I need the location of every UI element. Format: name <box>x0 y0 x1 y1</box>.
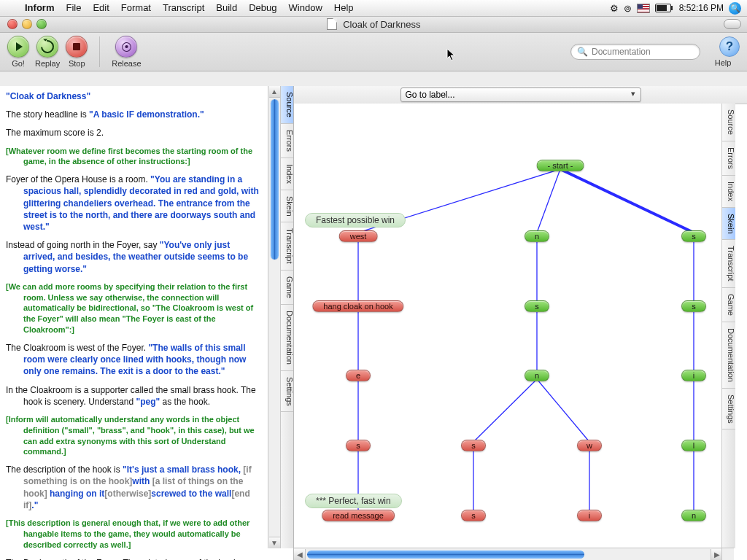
release-label: Release <box>112 59 141 68</box>
input-flag-icon[interactable] <box>637 4 650 13</box>
titlebar[interactable]: Cloak of Darkness <box>0 16 747 33</box>
tab-errors[interactable]: Errors <box>281 124 294 158</box>
doc-search[interactable]: 🔍 Documentation <box>570 44 700 60</box>
tab-settings[interactable]: Settings <box>722 389 735 430</box>
menu-file[interactable]: File <box>60 0 87 16</box>
gear-icon[interactable]: ⚙ <box>610 3 619 14</box>
tab-transcript[interactable]: Transcript <box>722 240 735 288</box>
help-button[interactable]: ? <box>719 36 740 57</box>
close-button[interactable] <box>7 19 18 29</box>
right-pane: Go to label... - start -Fastest possible… <box>294 86 747 560</box>
skein-node[interactable]: e <box>346 370 371 381</box>
zoom-button[interactable] <box>36 19 47 29</box>
left-tabs: SourceErrorsIndexSkeinTranscriptGameDocu… <box>280 86 294 548</box>
scroll-down-icon[interactable]: ▼ <box>269 537 280 548</box>
go-button[interactable] <box>7 36 29 58</box>
skein-node[interactable]: hang cloak on hook <box>312 300 403 312</box>
replay-label: Replay <box>35 59 60 68</box>
menu-window[interactable]: Window <box>283 0 328 16</box>
menu-edit[interactable]: Edit <box>87 0 115 16</box>
tab-game[interactable]: Game <box>281 271 294 305</box>
inform-window: Cloak of Darkness Go! Replay Stop ⦿ Rele… <box>0 16 747 560</box>
tab-errors[interactable]: Errors <box>722 141 735 176</box>
stop-button[interactable] <box>66 36 88 58</box>
minimize-button[interactable] <box>22 19 32 29</box>
wifi-icon[interactable]: ⊚ <box>624 3 632 14</box>
skein-legend: Fastest possible win <box>305 213 406 228</box>
goto-bar: Go to label... <box>294 86 747 104</box>
tab-documentation[interactable]: Documentation <box>281 305 294 371</box>
left-pane: "Cloak of Darkness" The story headline i… <box>0 86 294 560</box>
svg-line-2 <box>560 169 694 233</box>
replay-button[interactable] <box>36 36 58 58</box>
skein-node[interactable]: s <box>681 300 706 312</box>
tab-skein[interactable]: Skein <box>281 190 294 223</box>
tab-index[interactable]: Index <box>722 176 735 208</box>
svg-line-10 <box>537 379 589 442</box>
tab-transcript[interactable]: Transcript <box>281 222 294 271</box>
app-menu[interactable]: Inform <box>19 0 60 16</box>
tab-source[interactable]: Source <box>281 86 294 124</box>
battery-icon[interactable] <box>655 4 671 12</box>
skein-node[interactable]: l <box>681 440 706 451</box>
document-icon <box>327 18 337 30</box>
right-hscroll[interactable]: ◀ ▶ <box>294 548 722 560</box>
search-icon: 🔍 <box>577 47 588 57</box>
menu-transcript[interactable]: Transcript <box>157 0 210 16</box>
tab-source[interactable]: Source <box>722 104 735 141</box>
spotlight-icon[interactable]: 🔍 <box>729 2 741 15</box>
stop-label: Stop <box>69 59 85 68</box>
tab-index[interactable]: Index <box>281 158 294 190</box>
skein-node[interactable]: west <box>339 230 378 242</box>
skein-node[interactable]: s <box>461 440 486 451</box>
skein-node[interactable]: n <box>525 370 549 381</box>
skein-node[interactable]: n <box>681 510 706 521</box>
menu-format[interactable]: Format <box>115 0 157 16</box>
source-title: "Cloak of Darkness" <box>6 91 90 101</box>
source-editor[interactable]: "Cloak of Darkness" The story headline i… <box>0 86 268 560</box>
skein-node[interactable]: n <box>525 230 549 242</box>
toolbar-divider <box>99 36 100 67</box>
skein-node[interactable]: w <box>577 440 602 451</box>
skein-node[interactable]: s <box>681 230 706 242</box>
go-label: Go! <box>12 59 25 68</box>
scroll-right-icon[interactable]: ▶ <box>711 549 722 560</box>
menubar: Inform File Edit Format Transcript Build… <box>0 0 747 17</box>
release-button[interactable]: ⦿ <box>115 36 137 58</box>
tab-documentation[interactable]: Documentation <box>722 322 735 389</box>
help-label: Help <box>715 58 732 67</box>
menu-build[interactable]: Build <box>210 0 243 16</box>
goto-label-select[interactable]: Go to label... <box>400 88 641 102</box>
search-placeholder: Documentation <box>592 47 651 57</box>
svg-line-9 <box>473 379 537 442</box>
toolbar-toggle[interactable] <box>724 19 741 29</box>
menu-help[interactable]: Help <box>328 0 360 16</box>
skein-node[interactable]: s <box>461 510 486 521</box>
window-title-text: Cloak of Darkness <box>343 19 420 30</box>
skein-node[interactable]: s <box>525 300 549 312</box>
skein-legend: *** Perfect, fast win <box>305 494 402 508</box>
skein-node[interactable]: read message <box>322 510 395 521</box>
window-title: Cloak of Darkness <box>0 18 747 30</box>
skein-node[interactable]: s <box>346 440 371 451</box>
svg-line-1 <box>537 169 560 233</box>
menu-debug[interactable]: Debug <box>243 0 282 16</box>
skein-node[interactable]: i <box>681 370 706 381</box>
tab-skein[interactable]: Skein <box>722 208 735 241</box>
scroll-up-icon[interactable]: ▲ <box>269 86 280 98</box>
tab-game[interactable]: Game <box>722 288 735 322</box>
right-tabs: SourceErrorsIndexSkeinTranscriptGameDocu… <box>721 104 735 548</box>
skein-start-node[interactable]: - start - <box>537 160 584 171</box>
left-vscroll[interactable]: ▲ ▼ <box>268 86 280 548</box>
skein-node[interactable]: i <box>577 510 602 521</box>
menubar-clock[interactable]: 8:52:16 PM <box>676 3 724 13</box>
skein-view[interactable]: - start -Fastest possible win*** Perfect… <box>294 104 722 548</box>
toolbar: Go! Replay Stop ⦿ Release 🔍 Documentatio… <box>0 33 747 71</box>
scroll-left-icon[interactable]: ◀ <box>294 549 306 560</box>
tab-settings[interactable]: Settings <box>281 371 294 413</box>
